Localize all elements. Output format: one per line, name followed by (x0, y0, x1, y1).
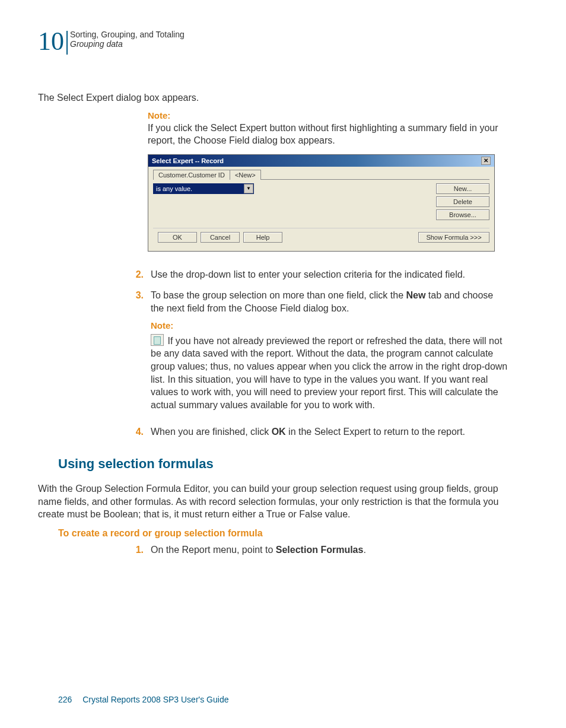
criteria-value: is any value. (154, 185, 195, 192)
criteria-dropdown[interactable]: is any value. ▼ (153, 183, 254, 194)
browse-button[interactable]: Browse... (436, 209, 489, 220)
show-formula-button[interactable]: Show Formula >>> (418, 232, 489, 243)
chevron-down-icon[interactable]: ▼ (244, 184, 253, 193)
new-button[interactable]: New... (436, 183, 489, 194)
chapter-number: 10 (38, 28, 64, 55)
select-expert-dialog: Select Expert -- Record ✕ Customer.Custo… (148, 154, 495, 252)
section-body: With the Group Selection Formula Editor,… (38, 482, 508, 521)
list-item: 1. On the Report menu, point to Selectio… (133, 543, 508, 557)
step-list-c: 1. On the Report menu, point to Selectio… (133, 543, 508, 557)
ok-button[interactable]: OK (158, 232, 197, 243)
list-item: 2. Use the drop-down list to enter your … (133, 268, 508, 281)
step-number: 1. (133, 543, 144, 557)
page-header: 10 Sorting, Grouping, and Totaling Group… (38, 28, 508, 55)
cancel-button[interactable]: Cancel (201, 232, 240, 243)
step-number: 2. (133, 268, 144, 281)
note-block-1: Note: If you click the Select Expert but… (148, 110, 508, 147)
help-button[interactable]: Help (243, 232, 282, 243)
page-footer: 226 Crystal Reports 2008 SP3 User's Guid… (58, 695, 228, 704)
step-text: Use the drop-down list to enter your sel… (151, 268, 508, 281)
step-text: When you are finished, click OK in the S… (151, 425, 508, 438)
note-text: If you click the Select Expert button wi… (148, 122, 508, 147)
doc-title: Crystal Reports 2008 SP3 User's Guide (82, 695, 228, 704)
section-heading: Using selection formulas (58, 456, 508, 472)
intro-paragraph: The Select Expert dialog box appears. (38, 91, 508, 104)
chapter-subtitle: Grouping data (70, 39, 185, 49)
tab-customer-id[interactable]: Customer.Customer ID (153, 170, 230, 180)
list-item: 3. To base the group selection on more t… (133, 289, 508, 417)
note-text: If you have not already previewed the re… (151, 336, 507, 410)
step-number: 4. (133, 425, 144, 438)
page-number: 226 (58, 695, 72, 704)
tab-new[interactable]: <New> (230, 170, 261, 180)
sub-heading: To create a record or group selection fo… (58, 528, 508, 539)
note-label: Note: (148, 110, 508, 120)
delete-button[interactable]: Delete (436, 196, 489, 207)
step-list-a: 2. Use the drop-down list to enter your … (133, 268, 508, 438)
step-number: 3. (133, 289, 144, 417)
close-icon[interactable]: ✕ (481, 157, 491, 165)
note-label: Note: (151, 320, 508, 332)
preview-icon (151, 334, 164, 346)
list-item: 4. When you are finished, click OK in th… (133, 425, 508, 438)
header-divider (66, 31, 68, 55)
chapter-title: Sorting, Grouping, and Totaling (70, 30, 185, 39)
step-text: To base the group selection on more than… (151, 289, 508, 417)
step-text: On the Report menu, point to Selection F… (151, 543, 508, 557)
dialog-title-text: Select Expert -- Record (152, 157, 224, 164)
